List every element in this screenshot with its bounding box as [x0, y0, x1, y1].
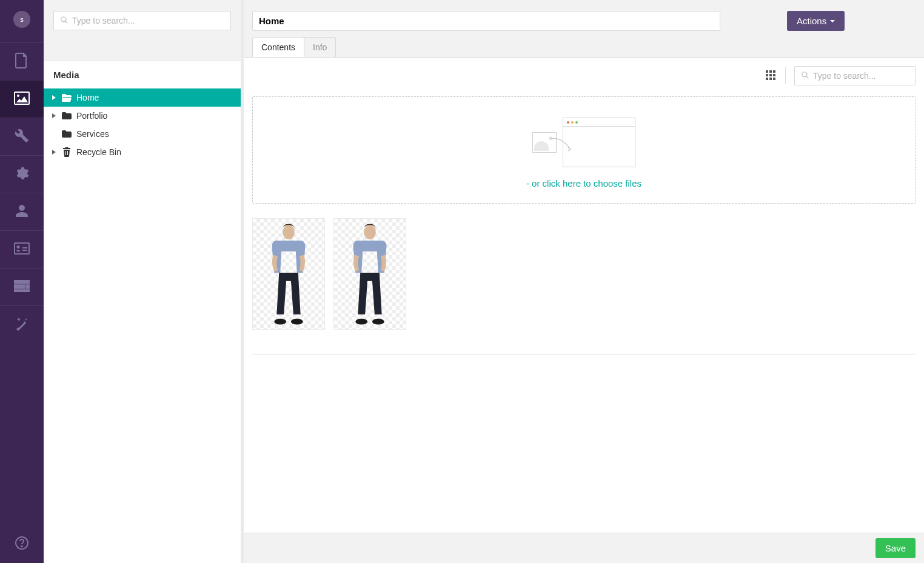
wand-icon — [15, 316, 29, 333]
nav-developer[interactable] — [0, 155, 44, 193]
actions-label: Actions — [797, 16, 826, 26]
tab-label: Info — [313, 42, 327, 52]
header-row: Actions — [244, 0, 924, 33]
save-button[interactable]: Save — [875, 538, 916, 558]
media-thumbnails — [252, 218, 916, 330]
upload-dropzone[interactable]: - or click here to choose files — [252, 96, 916, 204]
svg-point-7 — [372, 319, 384, 325]
tab-label: Contents — [261, 42, 295, 52]
search-icon — [60, 16, 72, 26]
nav-help[interactable] — [0, 536, 44, 552]
avatar[interactable]: s — [13, 11, 30, 28]
arrow-icon — [549, 136, 574, 155]
nav-settings[interactable] — [0, 118, 44, 155]
nav-members[interactable] — [0, 230, 44, 268]
content-divider — [252, 354, 916, 355]
tree-item-label: Services — [76, 129, 109, 139]
tree-panel: Media Home Portfolio — [44, 0, 244, 563]
app-root: s — [0, 0, 924, 563]
nav-translation[interactable] — [0, 305, 44, 343]
id-card-icon — [14, 242, 30, 256]
icon-rail: s — [0, 0, 44, 563]
svg-point-2 — [283, 225, 295, 239]
tabs: Contents Info — [244, 33, 924, 57]
svg-point-5 — [364, 225, 376, 239]
caret-icon[interactable] — [51, 113, 57, 118]
help-icon — [15, 536, 29, 552]
trash-icon — [62, 147, 72, 157]
image-icon — [14, 92, 30, 107]
nav-forms[interactable] — [0, 268, 44, 305]
toolbar-divider — [785, 67, 786, 84]
content-toolbar — [252, 66, 916, 85]
dropzone-illustration — [532, 118, 635, 167]
person-image-icon — [253, 219, 324, 329]
tree-item-home[interactable]: Home — [44, 88, 241, 107]
tree-item-label: Recycle Bin — [76, 147, 121, 157]
content-pane: - or click here to choose files — [244, 57, 924, 563]
tree-item-portfolio[interactable]: Portfolio — [44, 107, 241, 125]
folder-icon — [62, 130, 72, 138]
svg-point-1 — [21, 546, 22, 547]
tree-item-label: Home — [76, 93, 99, 102]
nav-users[interactable] — [0, 193, 44, 230]
actions-button[interactable]: Actions — [787, 11, 845, 31]
tree-search-input[interactable] — [72, 16, 224, 25]
dropzone-link[interactable]: - or click here to choose files — [526, 178, 641, 188]
user-icon — [15, 204, 29, 220]
search-icon — [801, 71, 813, 81]
svg-point-3 — [274, 319, 286, 325]
nav-content[interactable] — [0, 42, 44, 80]
caret-icon[interactable] — [51, 95, 57, 100]
media-item[interactable] — [252, 218, 325, 330]
tree-list: Home Portfolio Services — [44, 88, 241, 161]
title-input[interactable] — [252, 11, 720, 31]
content-search-input[interactable] — [813, 71, 919, 81]
dropzone-window-icon — [563, 118, 635, 167]
avatar-initial: s — [20, 16, 24, 23]
person-image-icon — [334, 219, 406, 329]
main-area: Actions Contents Info — [244, 0, 924, 563]
form-icon — [14, 280, 30, 294]
svg-point-4 — [291, 319, 303, 325]
tree-search-area — [44, 0, 241, 61]
tree-item-recycle-bin[interactable]: Recycle Bin — [44, 143, 241, 161]
document-icon — [15, 53, 28, 70]
folder-open-icon — [62, 94, 72, 102]
tab-info[interactable]: Info — [304, 37, 336, 57]
footer-bar: Save — [244, 533, 924, 563]
gear-icon — [15, 166, 29, 182]
tab-contents[interactable]: Contents — [252, 37, 304, 57]
tree-item-label: Portfolio — [76, 111, 107, 121]
wrench-icon — [15, 128, 29, 145]
svg-point-6 — [355, 319, 367, 325]
content-search-box[interactable] — [794, 66, 916, 85]
nav-media[interactable] — [0, 80, 44, 118]
section-title: Media — [44, 61, 241, 88]
tree-item-services[interactable]: Services — [44, 125, 241, 143]
folder-icon — [62, 112, 72, 119]
tree-search-box[interactable] — [53, 11, 231, 30]
media-item[interactable] — [333, 218, 406, 330]
grid-view-icon[interactable] — [766, 70, 777, 81]
save-label: Save — [885, 543, 906, 553]
caret-icon[interactable] — [51, 150, 57, 155]
